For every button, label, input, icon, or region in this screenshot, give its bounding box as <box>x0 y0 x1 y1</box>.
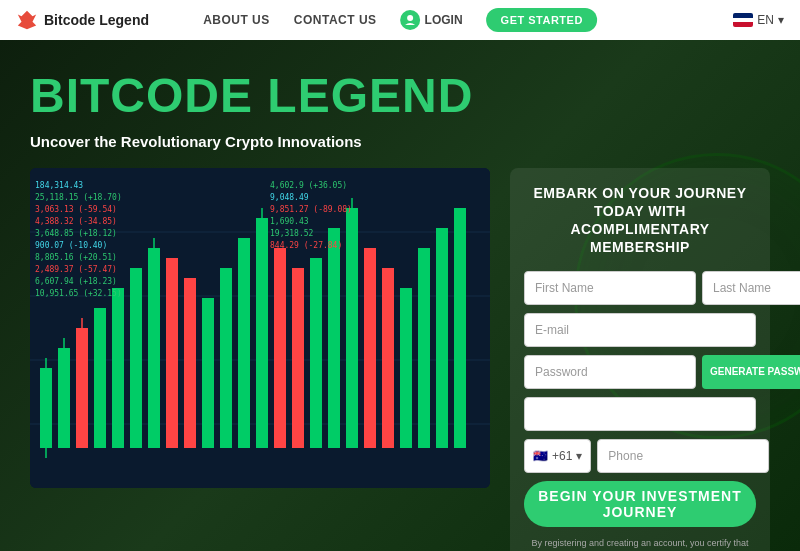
chevron-phone-icon: ▾ <box>576 449 582 463</box>
svg-text:3,063.13 (-59.54): 3,063.13 (-59.54) <box>35 205 117 214</box>
svg-text:4,602.9 (+36.05): 4,602.9 (+36.05) <box>270 181 347 190</box>
trading-chart: 184,314.43 25,118.15 (+18.70) 3,063.13 (… <box>30 168 490 488</box>
last-name-input[interactable] <box>702 271 800 305</box>
svg-rect-27 <box>400 288 412 448</box>
svg-rect-7 <box>40 368 52 448</box>
svg-rect-10 <box>94 308 106 448</box>
svg-rect-8 <box>58 348 70 448</box>
svg-rect-20 <box>274 248 286 448</box>
svg-text:9,851.27 (-89.08): 9,851.27 (-89.08) <box>270 205 352 214</box>
svg-rect-19 <box>256 218 268 448</box>
svg-rect-18 <box>238 238 250 448</box>
hero-section: BITCODE LEGEND Uncover the Revolutionary… <box>0 40 800 551</box>
get-started-button[interactable]: GET STARTED <box>487 8 597 32</box>
login-label: LOGIN <box>425 13 463 27</box>
svg-rect-24 <box>346 208 358 448</box>
svg-rect-23 <box>328 228 340 448</box>
hero-title: BITCODE LEGEND <box>30 70 770 123</box>
hero-content: 184,314.43 25,118.15 (+18.70) 3,063.13 (… <box>30 168 770 551</box>
country-input[interactable]: Australia <box>524 397 756 431</box>
svg-rect-28 <box>418 248 430 448</box>
svg-text:25,118.15 (+18.70): 25,118.15 (+18.70) <box>35 193 122 202</box>
svg-rect-9 <box>76 328 88 448</box>
login-icon <box>401 10 421 30</box>
svg-text:8,805.16 (+20.51): 8,805.16 (+20.51) <box>35 253 117 262</box>
nav-contact-us[interactable]: CONTACT US <box>294 13 377 27</box>
svg-rect-16 <box>202 298 214 448</box>
disclaimer-text: By registering and creating an account, … <box>524 537 756 551</box>
hero-subtitle: Uncover the Revolutionary Crypto Innovat… <box>30 133 770 150</box>
name-row <box>524 271 756 305</box>
nav-links: ABOUT US CONTACT US LOGIN GET STARTED <box>203 8 597 32</box>
svg-point-1 <box>408 15 414 21</box>
registration-form: EMBARK ON YOUR JOURNEY TODAY WITH ACOMPL… <box>510 168 770 551</box>
lang-label: EN <box>757 13 774 27</box>
phone-row: 🇦🇺 +61 ▾ <box>524 439 756 473</box>
svg-text:4,388.32 (-34.85): 4,388.32 (-34.85) <box>35 217 117 226</box>
svg-text:10,951.65 (+32.15): 10,951.65 (+32.15) <box>35 289 122 298</box>
password-input[interactable] <box>524 355 696 389</box>
language-selector[interactable]: EN ▾ <box>733 13 784 27</box>
flag-icon <box>733 13 753 27</box>
begin-journey-button[interactable]: BEGIN YOUR INVESTMENT JOURNEY <box>524 481 756 527</box>
phone-prefix-value: +61 <box>552 449 572 463</box>
svg-rect-17 <box>220 268 232 448</box>
svg-rect-13 <box>148 248 160 448</box>
svg-text:900.07 (-10.40): 900.07 (-10.40) <box>35 241 107 250</box>
svg-text:2,489.37 (-57.47): 2,489.37 (-57.47) <box>35 265 117 274</box>
flag-au-icon: 🇦🇺 <box>533 449 548 463</box>
login-button[interactable]: LOGIN <box>401 10 463 30</box>
svg-rect-25 <box>364 248 376 448</box>
svg-text:184,314.43: 184,314.43 <box>35 181 83 190</box>
svg-text:3,648.85 (+18.12): 3,648.85 (+18.12) <box>35 229 117 238</box>
nav-about-us[interactable]: ABOUT US <box>203 13 270 27</box>
svg-marker-0 <box>18 11 36 29</box>
svg-text:19,318.52: 19,318.52 <box>270 229 314 238</box>
svg-text:844.29 (-27.84): 844.29 (-27.84) <box>270 241 342 250</box>
svg-rect-29 <box>436 228 448 448</box>
form-title: EMBARK ON YOUR JOURNEY TODAY WITH ACOMPL… <box>524 184 756 257</box>
navbar-right: EN ▾ <box>723 13 784 27</box>
chevron-down-icon: ▾ <box>778 13 784 27</box>
generate-password-button[interactable]: GENERATE PASSWORDS <box>702 355 800 389</box>
brand-name: Bitcode Legend <box>44 12 149 28</box>
svg-text:6,607.94 (+18.23): 6,607.94 (+18.23) <box>35 277 117 286</box>
email-row <box>524 313 756 347</box>
brand-logo-icon <box>16 9 38 31</box>
svg-rect-11 <box>112 288 124 448</box>
country-row: Australia <box>524 397 756 431</box>
candlestick-chart: 184,314.43 25,118.15 (+18.70) 3,063.13 (… <box>30 168 490 488</box>
navbar: Bitcode Legend ABOUT US CONTACT US LOGIN… <box>0 0 800 40</box>
svg-rect-15 <box>184 278 196 448</box>
svg-text:1,690.43: 1,690.43 <box>270 217 309 226</box>
svg-rect-14 <box>166 258 178 448</box>
phone-prefix: 🇦🇺 +61 ▾ <box>524 439 591 473</box>
svg-rect-22 <box>310 258 322 448</box>
email-input[interactable] <box>524 313 756 347</box>
disclaimer-content: By registering and creating an account, … <box>530 538 750 551</box>
svg-rect-21 <box>292 268 304 448</box>
first-name-input[interactable] <box>524 271 696 305</box>
chart-background: 184,314.43 25,118.15 (+18.70) 3,063.13 (… <box>30 168 490 488</box>
svg-rect-26 <box>382 268 394 448</box>
phone-input[interactable] <box>597 439 769 473</box>
svg-rect-12 <box>130 268 142 448</box>
svg-text:9,048.49: 9,048.49 <box>270 193 309 202</box>
svg-rect-30 <box>454 208 466 448</box>
brand: Bitcode Legend <box>16 9 149 31</box>
password-row: GENERATE PASSWORDS <box>524 355 756 389</box>
